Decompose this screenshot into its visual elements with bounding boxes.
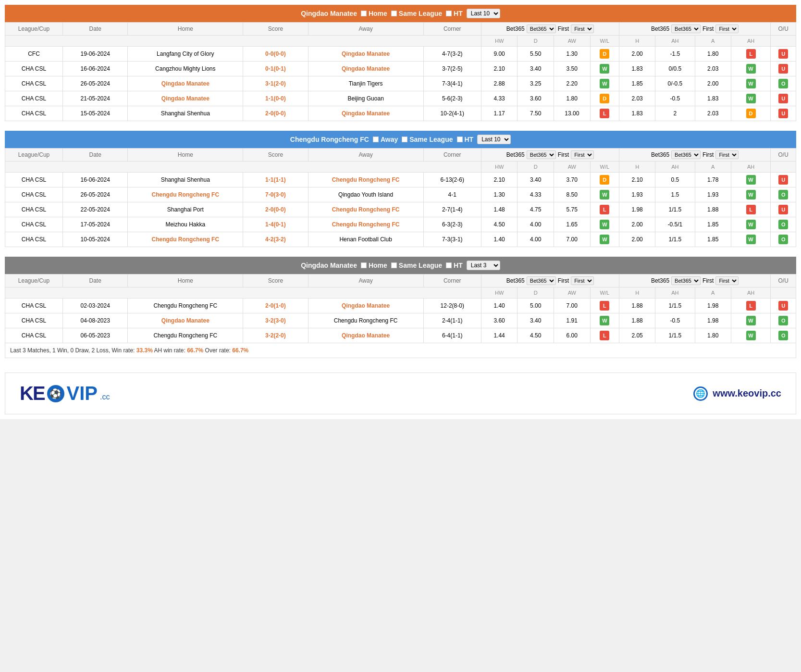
- first-select-1b[interactable]: First: [715, 25, 739, 33]
- home-checkbox-1[interactable]: [361, 11, 367, 16]
- d-cell: 5.00: [518, 299, 554, 313]
- section-title-3: Qingdao Manatee: [301, 261, 357, 269]
- home-cell: Chengdu Rongcheng FC: [128, 187, 243, 202]
- bet365-select-3b[interactable]: Bet365: [671, 276, 701, 285]
- first-select-2b[interactable]: First: [715, 150, 739, 159]
- bet365-group-3b: Bet365 Bet365 First First: [621, 276, 768, 285]
- gap-1: [5, 121, 796, 131]
- league-cell: CHA CSL: [5, 328, 63, 343]
- same-league-checkbox-3[interactable]: [391, 262, 397, 268]
- hw-cell: 2.10: [481, 173, 518, 187]
- wl-cell: D: [590, 47, 619, 62]
- date-cell: 06-05-2023: [63, 328, 128, 343]
- wl-cell: D: [590, 91, 619, 106]
- away-cell: Chengdu Rongcheng FC: [308, 173, 423, 187]
- hw-cell: 4.33: [481, 91, 518, 106]
- bet365-select-2b[interactable]: Bet365: [671, 150, 701, 159]
- sub-header-row-1: HW D AW W/L H AH A AH: [5, 36, 796, 47]
- bet365-select-3[interactable]: Bet365: [527, 276, 556, 285]
- section-h2h: Qingdao Manatee Home Same League HT Last…: [5, 257, 796, 358]
- ah2-cell: W: [731, 232, 771, 247]
- logo-area: KE ⚽ VIP .cc: [20, 383, 110, 404]
- wl-cell: L: [590, 106, 619, 121]
- bet365-group-1b: Bet365 Bet365 First First: [621, 25, 768, 33]
- wl-cell: W: [590, 217, 619, 232]
- hw-cell: 1.17: [481, 106, 518, 121]
- ht-checkbox-1[interactable]: [446, 11, 452, 16]
- same-league-checkbox-2[interactable]: [402, 137, 407, 142]
- same-league-checkbox-1[interactable]: [391, 11, 397, 16]
- ah-cell: 2: [655, 106, 695, 121]
- corner-cell: 2-7(1-4): [423, 202, 481, 217]
- ou-cell: U: [771, 47, 796, 62]
- h-cell: 1.88: [619, 299, 655, 313]
- h-cell: 2.03: [619, 91, 655, 106]
- a-cell: 1.85: [695, 217, 731, 232]
- ah2-cell: L: [731, 299, 771, 313]
- score-cell: 0-1(0-1): [243, 62, 308, 76]
- section-header-1: Qingdao Manatee Home Same League HT Last…: [5, 5, 796, 22]
- first-select-3[interactable]: First: [571, 276, 594, 285]
- ah-cell: 1/1.5: [655, 232, 695, 247]
- ht-label-3: HT: [446, 261, 463, 269]
- same-league-label-1: Same League: [391, 10, 442, 17]
- bet365-select-1[interactable]: Bet365: [527, 25, 556, 33]
- ou-cell: U: [771, 202, 796, 217]
- away-cell: Chengdu Rongcheng FC: [308, 202, 423, 217]
- table-row: CHA CSL 02-03-2024 Chengdu Rongcheng FC …: [5, 299, 796, 313]
- h-cell: 1.98: [619, 202, 655, 217]
- away-checkbox-2[interactable]: [373, 137, 379, 142]
- home-checkbox-3[interactable]: [361, 262, 367, 268]
- table-row: CHA CSL 21-05-2024 Qingdao Manatee 1-1(0…: [5, 91, 796, 106]
- last-n-select-2[interactable]: Last 10 Last 5 Last 3: [477, 135, 511, 144]
- aw-cell: 7.00: [554, 299, 591, 313]
- d-cell: 3.40: [518, 173, 554, 187]
- away-cell: Chengdu Rongcheng FC: [308, 313, 423, 328]
- wl-cell: L: [590, 299, 619, 313]
- corner-cell: 4-1: [423, 187, 481, 202]
- wl-cell: W: [590, 187, 619, 202]
- aw-cell: 2.20: [554, 76, 591, 91]
- hw-cell: 4.50: [481, 217, 518, 232]
- away-cell: Beijing Guoan: [308, 91, 423, 106]
- table-row: CHA CSL 16-06-2024 Cangzhou Mighty Lions…: [5, 62, 796, 76]
- table-row: CHA CSL 17-05-2024 Meizhou Hakka 1-4(0-1…: [5, 217, 796, 232]
- d-cell: 4.00: [518, 217, 554, 232]
- aw-cell: 3.70: [554, 173, 591, 187]
- table-1: League/Cup Date Home Score Away Corner B…: [5, 22, 796, 121]
- aw-cell: 1.91: [554, 313, 591, 328]
- first-select-3b[interactable]: First: [715, 276, 739, 285]
- away-cell: Qingdao Manatee: [308, 47, 423, 62]
- bet365-select-2[interactable]: Bet365: [527, 150, 556, 159]
- bet365-select-1b[interactable]: Bet365: [671, 25, 701, 33]
- table-2: League/Cup Date Home Score Away Corner B…: [5, 148, 796, 247]
- last-n-select-1[interactable]: Last 10 Last 5 Last 3: [467, 9, 500, 18]
- wl-cell: L: [590, 202, 619, 217]
- home-cell: Cangzhou Mighty Lions: [128, 62, 243, 76]
- ht-label-1: HT: [446, 10, 463, 17]
- col-score: Score: [243, 23, 308, 36]
- ou-cell: U: [771, 299, 796, 313]
- hw-cell: 1.40: [481, 299, 518, 313]
- main-container: Qingdao Manatee Home Same League HT Last…: [0, 0, 801, 419]
- h-cell: 1.85: [619, 76, 655, 91]
- corner-cell: 10-2(4-1): [423, 106, 481, 121]
- aw-cell: 3.50: [554, 62, 591, 76]
- bet365-group-2: Bet365 Bet365 First First: [483, 150, 617, 159]
- col-header-row-2: League/Cup Date Home Score Away Corner B…: [5, 149, 796, 162]
- last-n-select-3[interactable]: Last 3 Last 5 Last 10: [467, 261, 500, 270]
- ah2-cell: W: [731, 217, 771, 232]
- corner-cell: 6-4(1-1): [423, 328, 481, 343]
- table-row: CFC 19-06-2024 Langfang City of Glory 0-…: [5, 47, 796, 62]
- h-cell: 2.00: [619, 217, 655, 232]
- ht-checkbox-2[interactable]: [457, 137, 463, 142]
- first-select-1[interactable]: First: [571, 25, 594, 33]
- ht-checkbox-3[interactable]: [446, 262, 452, 268]
- ah2-cell: D: [731, 106, 771, 121]
- section-header-2: Chengdu Rongcheng FC Away Same League HT…: [5, 131, 796, 148]
- hw-cell: 1.48: [481, 202, 518, 217]
- first-select-2[interactable]: First: [571, 150, 594, 159]
- home-cell: Meizhou Hakka: [128, 217, 243, 232]
- section-header-3: Qingdao Manatee Home Same League HT Last…: [5, 257, 796, 274]
- ah-cell: 1/1.5: [655, 328, 695, 343]
